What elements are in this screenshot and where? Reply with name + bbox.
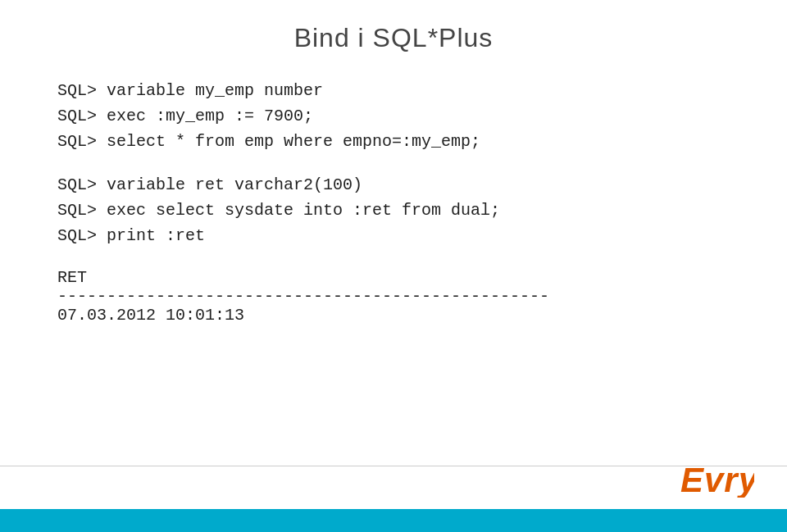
code-line-3: SQL> select * from emp where empno=:my_e… — [57, 129, 787, 154]
logo-area: Evry — [680, 461, 754, 503]
code-block-2: SQL> variable ret varchar2(100) SQL> exe… — [57, 172, 787, 248]
svg-text:Evry: Evry — [680, 461, 754, 498]
evry-logo-svg: Evry — [680, 461, 754, 498]
code-block-1: SQL> variable my_emp number SQL> exec :m… — [57, 78, 787, 154]
code-line-1: SQL> variable my_emp number — [57, 78, 787, 103]
content-area: SQL> variable my_emp number SQL> exec :m… — [0, 70, 787, 325]
code-line-4: SQL> variable ret varchar2(100) — [57, 172, 787, 198]
code-line-6: SQL> print :ret — [57, 223, 787, 248]
spacer-1 — [57, 154, 787, 172]
code-line-5: SQL> exec select sysdate into :ret from … — [57, 198, 787, 223]
ret-label: RET — [57, 268, 787, 287]
page-container: Bind i SQL*Plus SQL> variable my_emp num… — [0, 0, 787, 532]
separator-line: ----------------------------------------… — [57, 287, 787, 306]
date-value: 07.03.2012 10:01:13 — [57, 306, 787, 325]
output-section: RET ------------------------------------… — [57, 268, 787, 325]
divider-line — [0, 466, 787, 467]
code-line-2: SQL> exec :my_emp := 7900; — [57, 103, 787, 129]
page-title: Bind i SQL*Plus — [0, 23, 787, 53]
evry-logo: Evry — [680, 477, 754, 502]
title-area: Bind i SQL*Plus — [0, 0, 787, 70]
bottom-bar — [0, 509, 787, 532]
